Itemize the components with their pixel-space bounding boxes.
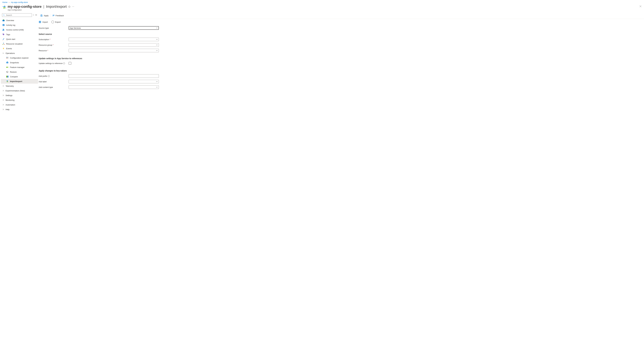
chevron-down-icon xyxy=(156,86,158,88)
subscription-dropdown[interactable] xyxy=(69,38,159,41)
svg-point-25 xyxy=(7,62,8,63)
add-label-label: Add label xyxy=(39,81,69,83)
sidebar: Overview Activity log Access control (IA… xyxy=(0,13,38,115)
import-export-radio-group: Import Export xyxy=(39,21,212,23)
chevron-down-icon xyxy=(156,50,158,51)
search-icon xyxy=(3,14,5,16)
chevron-down-icon xyxy=(2,52,4,54)
resource-label: Resource* xyxy=(39,50,69,52)
sidebar-item-config-explorer[interactable]: Configuration explorer xyxy=(1,56,38,60)
svg-point-16 xyxy=(3,43,4,43)
chevron-right-icon xyxy=(2,85,4,87)
svg-rect-7 xyxy=(3,19,4,20)
toolbar: Apply Feedback xyxy=(38,13,644,19)
sidebar-item-events[interactable]: Events xyxy=(1,46,38,51)
source-type-dropdown[interactable]: App Services xyxy=(69,26,159,30)
sidebar-item-resource-visualizer[interactable]: Resource visualizer xyxy=(1,42,38,46)
sidebar-item-snapshots[interactable]: Snapshots xyxy=(1,60,38,65)
snapshots-icon xyxy=(6,61,8,64)
source-type-label: Source type xyxy=(39,27,69,29)
import-export-icon xyxy=(2,5,6,9)
page-title: my-app-config-store | Import/export xyxy=(8,5,642,9)
chevron-right-icon xyxy=(2,95,4,96)
add-prefix-input[interactable] xyxy=(69,74,159,78)
sidebar-group-monitoring[interactable]: Monitoring xyxy=(1,98,38,102)
sidebar-group-experimentation[interactable]: Experimentation (New) xyxy=(1,88,38,93)
resource-visualizer-icon xyxy=(2,43,5,45)
svg-point-21 xyxy=(6,58,7,59)
section-update-settings: Update settings in App Service to refere… xyxy=(39,57,212,60)
quick-start-icon xyxy=(2,38,5,40)
apply-button[interactable]: Apply xyxy=(39,13,50,18)
favorite-star-icon[interactable] xyxy=(68,6,70,8)
resource-dropdown[interactable] xyxy=(69,49,159,52)
svg-point-1 xyxy=(73,7,73,7)
svg-point-0 xyxy=(72,7,72,7)
svg-rect-29 xyxy=(8,76,8,78)
add-content-type-label: Add content type xyxy=(39,86,69,88)
add-content-type-dropdown[interactable] xyxy=(69,85,159,89)
sidebar-group-telemetry[interactable]: Telemetry xyxy=(1,84,38,88)
add-label-dropdown[interactable] xyxy=(69,80,159,83)
resource-group-dropdown[interactable] xyxy=(69,43,159,47)
search-input[interactable] xyxy=(6,14,31,17)
sidebar-item-feature-manager[interactable]: Feature manager xyxy=(1,65,38,70)
radio-import[interactable]: Import xyxy=(39,21,48,23)
sidebar-group-help[interactable]: Help xyxy=(1,107,38,112)
update-reference-checkbox[interactable] xyxy=(69,62,71,65)
more-icon[interactable] xyxy=(72,6,74,8)
add-prefix-label: Add prefix i xyxy=(39,75,69,77)
sidebar-item-overview[interactable]: Overview xyxy=(1,18,38,23)
activity-log-icon xyxy=(2,24,5,26)
svg-point-15 xyxy=(4,39,4,39)
svg-point-3 xyxy=(3,14,4,15)
info-icon[interactable]: i xyxy=(48,75,50,77)
sidebar-item-tags[interactable]: Tags xyxy=(1,32,38,37)
svg-point-34 xyxy=(53,15,54,16)
svg-rect-9 xyxy=(3,25,4,25)
sidebar-group-operations[interactable]: Operations xyxy=(1,51,38,56)
collapse-sidebar-icon[interactable] xyxy=(35,14,37,17)
sidebar-item-compare[interactable]: Compare xyxy=(1,74,38,79)
close-button[interactable] xyxy=(639,5,642,8)
svg-rect-32 xyxy=(41,15,42,15)
sidebar-item-import-export[interactable]: Import/export xyxy=(1,79,38,84)
sidebar-item-activity-log[interactable]: Activity log xyxy=(1,23,38,27)
overview-icon xyxy=(2,19,5,22)
svg-rect-30 xyxy=(7,76,8,78)
feedback-button[interactable]: Feedback xyxy=(50,13,66,18)
subscription-label: Subscription* xyxy=(39,38,69,41)
config-explorer-icon xyxy=(6,57,8,59)
breadcrumb: Home › my-app-config-store xyxy=(0,0,644,4)
import-export-small-icon xyxy=(6,80,8,83)
sidebar-item-restore[interactable]: Restore xyxy=(1,70,38,74)
svg-point-12 xyxy=(3,29,4,30)
save-icon xyxy=(40,15,42,17)
svg-rect-33 xyxy=(41,16,42,16)
radio-unchecked-icon xyxy=(51,21,54,23)
resource-group-label: Resource group* xyxy=(39,44,69,46)
svg-rect-5 xyxy=(3,20,3,20)
restore-icon xyxy=(6,71,8,73)
page-header: my-app-config-store | Import/export App … xyxy=(0,4,644,13)
sidebar-search[interactable] xyxy=(2,13,32,17)
feature-manager-icon xyxy=(6,66,8,68)
svg-point-2 xyxy=(74,7,74,7)
access-control-icon xyxy=(2,29,5,31)
sidebar-item-quick-start[interactable]: Quick start xyxy=(1,37,38,42)
svg-rect-11 xyxy=(3,26,4,26)
svg-point-19 xyxy=(6,57,7,58)
svg-point-6 xyxy=(4,20,4,21)
info-icon[interactable]: i xyxy=(63,62,65,64)
svg-rect-20 xyxy=(7,57,8,57)
radio-export[interactable]: Export xyxy=(51,21,61,23)
sidebar-group-settings[interactable]: Settings xyxy=(1,93,38,98)
sidebar-item-access-control[interactable]: Access control (IAM) xyxy=(1,27,38,32)
breadcrumb-resource[interactable]: my-app-config-store xyxy=(11,1,28,3)
svg-rect-4 xyxy=(2,20,4,21)
sidebar-group-automation[interactable]: Automation xyxy=(1,102,38,107)
breadcrumb-home[interactable]: Home xyxy=(2,1,8,3)
chevron-right-icon xyxy=(2,90,4,92)
expand-collapse-icon[interactable] xyxy=(33,14,34,17)
events-icon xyxy=(2,47,5,50)
